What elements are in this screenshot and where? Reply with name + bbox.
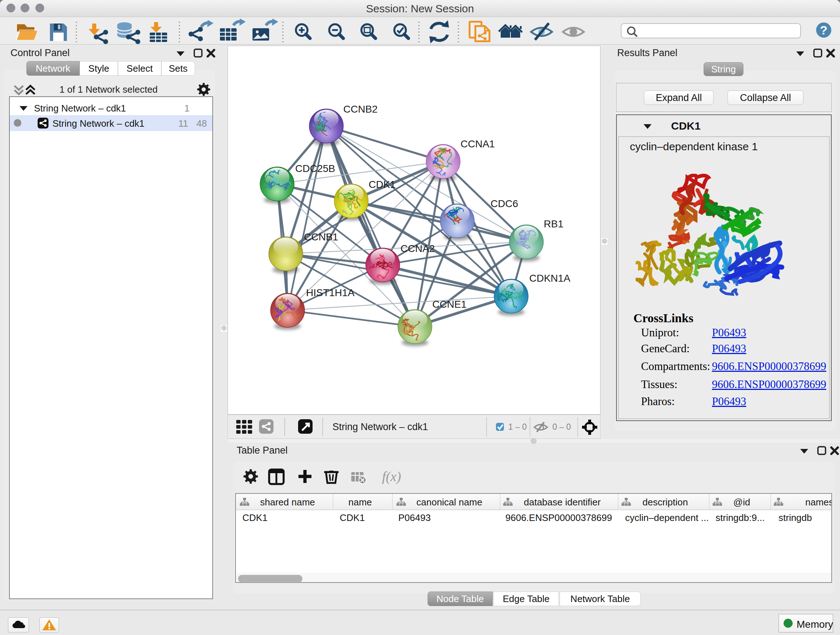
svg-text:CDC6: CDC6 <box>491 198 518 209</box>
svg-text:CCNB1: CCNB1 <box>304 231 338 242</box>
svg-text:CDC25B: CDC25B <box>295 163 335 174</box>
svg-text:0 – 0: 0 – 0 <box>553 422 571 432</box>
svg-text:HIST1H1A: HIST1H1A <box>306 287 355 298</box>
svg-text:f(x): f(x) <box>382 469 401 485</box>
svg-text:CCNA1: CCNA1 <box>461 138 495 149</box>
svg-text:CCNA2: CCNA2 <box>401 243 435 254</box>
svg-text:CCNE1: CCNE1 <box>432 299 467 310</box>
svg-text:String Network – cdk1: String Network – cdk1 <box>332 421 428 432</box>
svg-text:RB1: RB1 <box>544 218 563 230</box>
svg-text:1 – 0: 1 – 0 <box>508 422 527 432</box>
svg-text:CDKN1A: CDKN1A <box>529 272 570 284</box>
svg-text:CDK1: CDK1 <box>369 179 396 190</box>
svg-text:CCNB2: CCNB2 <box>343 103 378 115</box>
